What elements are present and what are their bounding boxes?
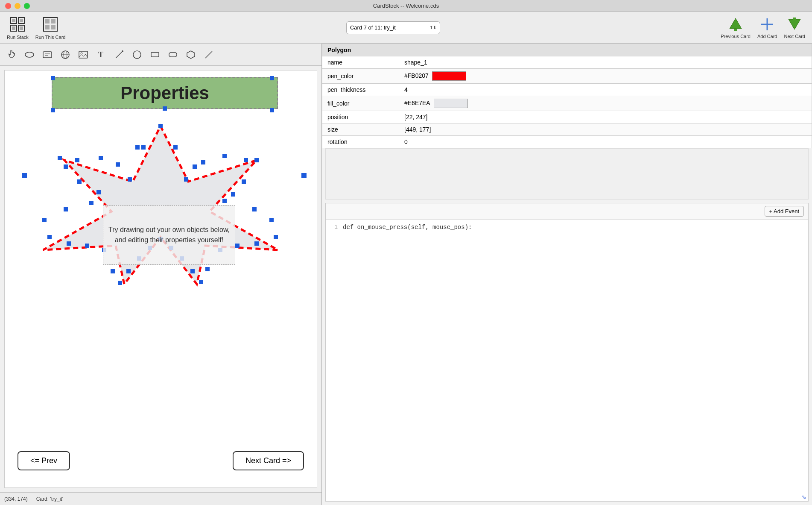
text-tool-button[interactable]: T <box>93 47 109 63</box>
next-card-icon <box>787 17 802 33</box>
run-stack-button[interactable]: Run Stack <box>7 16 29 40</box>
header-text: Properties <box>120 83 209 103</box>
color-swatch[interactable] <box>432 71 466 81</box>
svg-rect-39 <box>173 145 178 150</box>
prop-value[interactable]: shape_1 <box>399 56 812 69</box>
svg-point-31 <box>133 51 141 59</box>
svg-rect-14 <box>734 29 737 31</box>
run-stack-icon <box>9 16 26 33</box>
maximize-button[interactable] <box>24 3 30 9</box>
prev-card-button[interactable]: Previous Card <box>721 17 751 39</box>
script-content[interactable]: 1 def on_mouse_press(self, mouse_pos): <box>326 220 808 501</box>
svg-rect-33 <box>169 53 177 57</box>
prop-value[interactable]: 0 <box>399 136 812 148</box>
image-tool-button[interactable] <box>75 47 91 63</box>
line-tool-button[interactable] <box>201 47 217 63</box>
svg-rect-67 <box>85 244 89 248</box>
selection-handle-bottom[interactable] <box>163 106 167 111</box>
svg-rect-49 <box>252 207 257 211</box>
roundrect-tool-button[interactable] <box>165 47 181 63</box>
window-controls[interactable] <box>5 3 30 9</box>
svg-rect-37 <box>158 124 163 128</box>
prop-value[interactable]: 4 <box>399 84 812 96</box>
script-toolbar: + Add Event <box>326 203 808 220</box>
handle-bl[interactable] <box>51 108 55 112</box>
handle-tr[interactable] <box>270 76 274 80</box>
script-code[interactable]: def on_mouse_press(self, mouse_pos): <box>343 224 472 497</box>
svg-rect-52 <box>254 241 259 246</box>
minimize-button[interactable] <box>15 3 20 9</box>
svg-line-35 <box>205 51 212 58</box>
color-swatch[interactable] <box>434 99 468 108</box>
prev-card-label: Previous Card <box>721 34 751 39</box>
svg-rect-26 <box>79 51 88 58</box>
line-numbers: 1 <box>329 224 338 497</box>
web-tool-button[interactable] <box>57 47 73 63</box>
svg-rect-50 <box>269 218 274 222</box>
next-card-label: Next Card <box>784 34 805 39</box>
run-card-button[interactable]: Run This Card <box>35 16 66 40</box>
svg-rect-53 <box>235 244 240 248</box>
canvas-prev-button[interactable]: <= Prev <box>18 451 70 470</box>
tool-row: T <box>0 44 321 66</box>
svg-rect-42 <box>201 160 205 164</box>
canvas-area: T <box>0 44 322 505</box>
svg-rect-38 <box>141 145 146 150</box>
add-card-button[interactable]: Add Card <box>757 17 777 39</box>
textfield-tool-button[interactable] <box>39 47 55 63</box>
svg-rect-80 <box>128 177 132 182</box>
svg-point-19 <box>25 52 34 57</box>
svg-rect-9 <box>45 19 50 23</box>
canvas-next-button[interactable]: Next Card => <box>233 451 304 470</box>
svg-rect-78 <box>99 156 103 160</box>
prop-value[interactable]: [449, 177] <box>399 123 812 136</box>
svg-rect-74 <box>77 179 82 184</box>
prop-key: pen_color <box>322 69 399 84</box>
add-card-label: Add Card <box>757 34 777 39</box>
card-dropdown[interactable]: Card 7 of 11: try_it ⬆⬇ <box>346 21 440 34</box>
circle-tool-button[interactable] <box>129 47 145 63</box>
poly-tool-button[interactable] <box>183 47 199 63</box>
prop-value[interactable]: #E6E7EA <box>399 96 812 111</box>
svg-rect-32 <box>151 53 159 57</box>
prev-card-icon <box>728 17 743 33</box>
properties-table: Polygon nameshape_1pen_color#FB0207pen_t… <box>322 44 812 148</box>
pen-tool-button[interactable] <box>111 47 127 63</box>
prop-value[interactable]: [22, 247] <box>399 111 812 123</box>
svg-rect-81 <box>135 145 140 150</box>
svg-rect-43 <box>222 154 227 158</box>
main-toolbar: Run Stack Run This Card Card 7 of 11: tr… <box>0 12 812 44</box>
svg-marker-17 <box>789 19 800 29</box>
handle-tl[interactable] <box>51 76 55 80</box>
oval-tool-button[interactable] <box>21 47 38 63</box>
close-button[interactable] <box>5 3 11 9</box>
header-shape[interactable]: Properties <box>52 77 278 109</box>
star-shape[interactable]: Try drawing out your own objects below, … <box>13 122 308 288</box>
empty-area <box>325 148 809 200</box>
svg-rect-51 <box>274 235 278 239</box>
rect-tool-button[interactable] <box>147 47 163 63</box>
svg-rect-10 <box>51 19 55 23</box>
card-selector[interactable]: Card 7 of 11: try_it ⬆⬇ <box>346 21 440 34</box>
svg-rect-82 <box>22 173 27 178</box>
card-canvas[interactable]: Properties <box>4 70 317 488</box>
add-event-button[interactable]: + Add Event <box>765 206 804 217</box>
svg-rect-48 <box>222 199 227 203</box>
handle-br[interactable] <box>270 108 274 112</box>
svg-rect-68 <box>67 241 71 246</box>
next-card-button[interactable]: Next Card <box>784 17 805 39</box>
resize-handle[interactable]: ⇘ <box>801 493 806 500</box>
svg-rect-77 <box>75 158 79 162</box>
prop-key: fill_color <box>322 96 399 111</box>
hand-tool-button[interactable] <box>3 47 20 63</box>
prop-key: pen_thickness <box>322 84 399 96</box>
card-name-display: Card: 'try_it' <box>36 496 63 502</box>
svg-rect-70 <box>42 218 47 222</box>
run-card-label: Run This Card <box>35 35 66 40</box>
coords-display: (334, 174) <box>4 496 28 502</box>
prop-value[interactable]: #FB0207 <box>399 69 812 84</box>
card-dropdown-value: Card 7 of 11: try_it <box>350 24 396 31</box>
svg-rect-11 <box>45 25 50 29</box>
prop-key: rotation <box>322 136 399 148</box>
svg-rect-55 <box>205 267 210 271</box>
